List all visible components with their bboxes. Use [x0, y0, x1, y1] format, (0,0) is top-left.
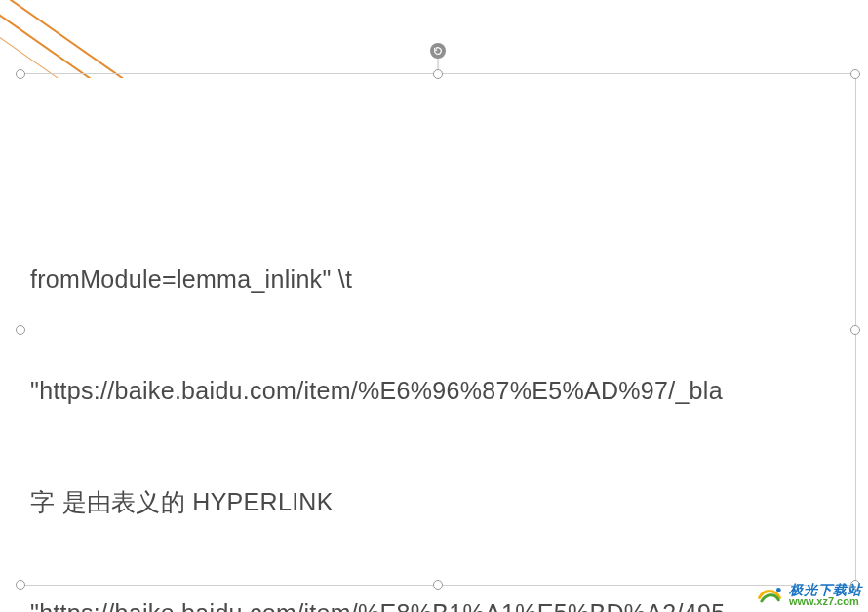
text-line: 字 是由表义的 HYPERLINK — [30, 483, 855, 520]
resize-handle-top-right[interactable] — [850, 69, 860, 79]
rotation-stem — [438, 57, 439, 70]
watermark: 极光下载站 www.xz7.com — [756, 581, 862, 608]
watermark-url: www.xz7.com — [789, 596, 862, 607]
swoosh-icon — [756, 581, 783, 608]
resize-handle-middle-top[interactable] — [433, 69, 443, 79]
slide-canvas: fromModule=lemma_inlink" \t "https://bai… — [0, 0, 868, 612]
resize-handle-bottom-left[interactable] — [16, 580, 25, 590]
text-line: fromModule=lemma_inlink" \t — [30, 261, 855, 298]
textbox-content[interactable]: fromModule=lemma_inlink" \t "https://bai… — [30, 186, 855, 612]
resize-handle-middle-left[interactable] — [16, 325, 25, 335]
resize-handle-top-left[interactable] — [16, 69, 25, 79]
text-line: "https://baike.baidu.com/item/%E8%B1%A1%… — [30, 594, 855, 612]
text-line: "https://baike.baidu.com/item/%E6%96%87%… — [30, 372, 855, 409]
watermark-title: 极光下载站 — [789, 583, 862, 596]
decorative-lines — [0, 0, 137, 78]
rotation-handle[interactable] — [430, 43, 446, 59]
textbox-frame[interactable]: fromModule=lemma_inlink" \t "https://bai… — [20, 73, 856, 586]
svg-point-0 — [776, 588, 781, 592]
rotate-icon — [433, 46, 443, 56]
